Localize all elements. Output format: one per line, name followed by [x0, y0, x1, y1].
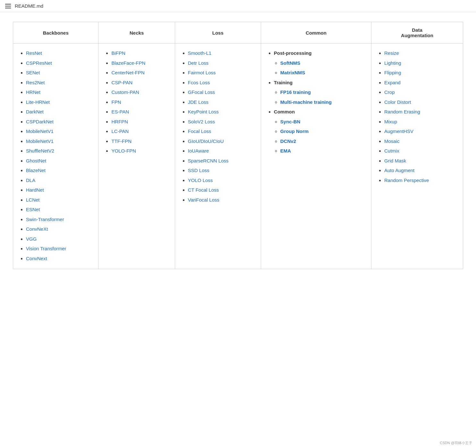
- common-link[interactable]: SoftNMS: [280, 60, 301, 66]
- list-item: Crop: [384, 88, 456, 97]
- common-link[interactable]: DCNv2: [280, 138, 296, 144]
- backbones-link[interactable]: DLA: [26, 178, 35, 183]
- list-item: BlazeFace-FPN: [111, 59, 168, 68]
- table-body-row: ResNet CSPResNet SENet Res2Net HRNet Lit…: [13, 44, 463, 269]
- common-link[interactable]: EMA: [280, 148, 291, 153]
- necks-link[interactable]: BlazeFace-FPN: [111, 60, 145, 66]
- common-link[interactable]: Sync-BN: [280, 119, 301, 124]
- backbones-link[interactable]: ResNet: [26, 50, 42, 56]
- augmentation-link[interactable]: Expand: [384, 80, 401, 85]
- menu-icon[interactable]: [5, 4, 11, 8]
- loss-link[interactable]: SoloV2 Loss: [188, 119, 215, 124]
- backbones-link[interactable]: HRNet: [26, 89, 40, 95]
- backbones-link[interactable]: HardNet: [26, 187, 44, 193]
- backbones-link[interactable]: CSPResNet: [26, 60, 52, 66]
- backbones-link[interactable]: Vision Transformer: [26, 246, 66, 251]
- loss-link[interactable]: YOLO Loss: [188, 178, 213, 183]
- training-sublist: FP16 training Multi-machine training: [274, 88, 365, 107]
- loss-link[interactable]: SparseRCNN Loss: [188, 158, 229, 163]
- loss-link[interactable]: VariFocal Loss: [188, 197, 219, 203]
- loss-link[interactable]: Fairmot Loss: [188, 70, 216, 75]
- loss-link[interactable]: Detr Loss: [188, 60, 208, 66]
- common-link[interactable]: FP16 training: [280, 89, 311, 95]
- backbones-link[interactable]: LCNet: [26, 197, 40, 203]
- backbones-link[interactable]: GhostNet: [26, 158, 46, 163]
- augmentation-link[interactable]: Grid Mask: [384, 158, 406, 163]
- list-item: LCNet: [26, 195, 92, 205]
- backbones-link[interactable]: CSPDarkNet: [26, 119, 54, 124]
- loss-link[interactable]: GIoU/DIoU/CIoU: [188, 138, 224, 144]
- list-item: SSD Loss: [188, 166, 254, 175]
- list-item: CSP-PAN: [111, 78, 168, 87]
- augmentation-link[interactable]: Flipping: [384, 70, 401, 75]
- common-link[interactable]: Multi-machine training: [280, 99, 332, 105]
- backbones-link[interactable]: ConvNeXt: [26, 226, 48, 232]
- list-item: Auto Augment: [384, 166, 456, 175]
- necks-link[interactable]: TTF-FPN: [111, 138, 131, 144]
- backbones-link[interactable]: ShuffleNetV2: [26, 148, 54, 153]
- backbones-link[interactable]: DarkNet: [26, 109, 44, 114]
- loss-link[interactable]: IoUAware: [188, 148, 209, 153]
- loss-link[interactable]: CT Focal Loss: [188, 187, 219, 193]
- necks-link[interactable]: HRFPN: [111, 119, 128, 124]
- col-header-common: Common: [261, 22, 371, 44]
- loss-link[interactable]: JDE Loss: [188, 99, 208, 105]
- list-item: HardNet: [26, 186, 92, 195]
- list-item: HRFPN: [111, 117, 168, 127]
- backbones-link[interactable]: Res2Net: [26, 80, 45, 85]
- augmentation-link[interactable]: Random Erasing: [384, 109, 420, 114]
- loss-link[interactable]: Fcos Loss: [188, 80, 210, 85]
- table-header-row: Backbones Necks Loss Common DataAugmenta…: [13, 22, 463, 44]
- list-item: Mixup: [384, 117, 456, 127]
- necks-link[interactable]: LC-PAN: [111, 129, 129, 134]
- necks-link[interactable]: YOLO-FPN: [111, 148, 136, 153]
- necks-link[interactable]: CSP-PAN: [111, 80, 132, 85]
- necks-link[interactable]: BiFPN: [111, 50, 125, 56]
- list-item: MatrixNMS: [280, 68, 365, 78]
- backbones-link[interactable]: ESNet: [26, 207, 40, 212]
- augmentation-link[interactable]: Auto Augment: [384, 168, 414, 173]
- augmentation-link[interactable]: Mixup: [384, 119, 397, 124]
- list-item: Resize: [384, 49, 456, 58]
- common-link[interactable]: MatrixNMS: [280, 70, 305, 75]
- common-link[interactable]: Group Norm: [280, 129, 309, 134]
- backbones-link[interactable]: BlazeNet: [26, 168, 46, 173]
- backbones-link[interactable]: SENet: [26, 70, 40, 75]
- list-item: DarkNet: [26, 107, 92, 117]
- common-sublist: Sync-BN Group Norm DCNv2 EMA: [274, 117, 365, 156]
- augmentation-link[interactable]: Mosaic: [384, 138, 400, 144]
- loss-link[interactable]: KeyPoint Loss: [188, 109, 219, 114]
- list-item: CSPResNet: [26, 59, 92, 68]
- augmentation-link[interactable]: Color Distort: [384, 99, 411, 105]
- postprocessing-sublist: SoftNMS MatrixNMS: [274, 59, 365, 78]
- backbones-link[interactable]: VGG: [26, 236, 37, 242]
- loss-link[interactable]: Focal Loss: [188, 129, 211, 134]
- list-item: Smooth-L1: [188, 49, 254, 58]
- backbones-link[interactable]: Swin-Transformer: [26, 217, 64, 222]
- necks-link[interactable]: Custom-PAN: [111, 89, 139, 95]
- col-header-data-augmentation: DataAugmentation: [371, 22, 463, 44]
- backbones-link[interactable]: MobileNetV1: [26, 138, 54, 144]
- necks-link[interactable]: FPN: [111, 99, 121, 105]
- augmentation-link[interactable]: Cutmix: [384, 148, 399, 153]
- loss-link[interactable]: Smooth-L1: [188, 50, 211, 56]
- augmentation-link[interactable]: Lighting: [384, 60, 401, 66]
- loss-list: Smooth-L1 Detr Loss Fairmot Loss Fcos Lo…: [182, 49, 254, 204]
- necks-link[interactable]: ES-PAN: [111, 109, 129, 114]
- list-item: Detr Loss: [188, 59, 254, 68]
- augmentation-link[interactable]: Resize: [384, 50, 399, 56]
- augmentation-link[interactable]: Crop: [384, 89, 395, 95]
- loss-link[interactable]: GFocal Loss: [188, 89, 215, 95]
- list-item: Random Perspective: [384, 176, 456, 185]
- backbones-list: ResNet CSPResNet SENet Res2Net HRNet Lit…: [20, 49, 92, 263]
- common-section-training: Training FP16 training Multi-machine tra…: [274, 78, 365, 107]
- backbones-link[interactable]: Lite-HRNet: [26, 99, 50, 105]
- backbones-link[interactable]: ConvNext: [26, 256, 47, 261]
- features-table: Backbones Necks Loss Common DataAugmenta…: [13, 22, 463, 269]
- list-item: KeyPoint Loss: [188, 107, 254, 117]
- loss-link[interactable]: SSD Loss: [188, 168, 209, 173]
- augmentation-link[interactable]: AugmentHSV: [384, 129, 413, 134]
- augmentation-link[interactable]: Random Perspective: [384, 178, 429, 183]
- necks-link[interactable]: CenterNet-FPN: [111, 70, 144, 75]
- backbones-link[interactable]: MobileNetV1: [26, 129, 54, 134]
